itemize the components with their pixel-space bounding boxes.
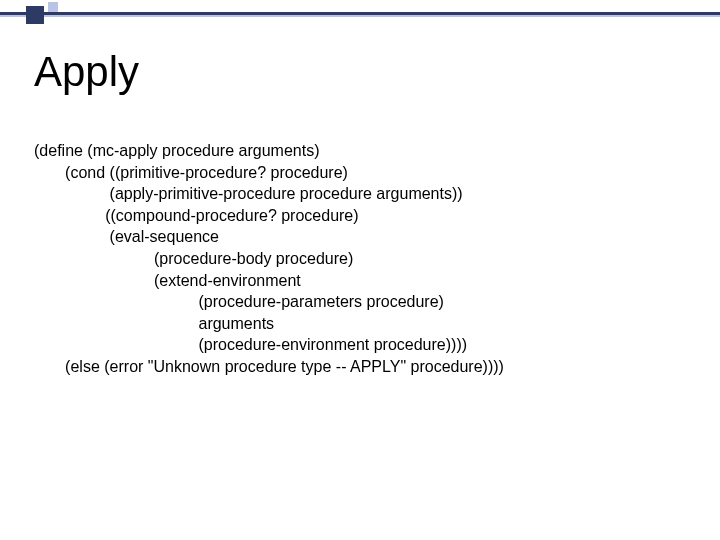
code-line: arguments: [34, 315, 274, 332]
code-line: (define (mc-apply procedure arguments): [34, 142, 319, 159]
code-line: (procedure-body procedure): [34, 250, 353, 267]
code-line: (eval-sequence: [34, 228, 219, 245]
slide: Apply (define (mc-apply procedure argume…: [0, 0, 720, 540]
code-line: (procedure-parameters procedure): [34, 293, 444, 310]
code-line: (else (error "Unknown procedure type -- …: [34, 358, 504, 375]
header-line-light: [0, 15, 720, 17]
code-line: (cond ((primitive-procedure? procedure): [34, 164, 348, 181]
header-square-small: [48, 2, 58, 12]
code-line: (procedure-environment procedure)))): [34, 336, 467, 353]
code-line: (apply-primitive-procedure procedure arg…: [34, 185, 463, 202]
header-square-large: [26, 6, 44, 24]
slide-title: Apply: [34, 48, 139, 96]
code-line: ((compound-procedure? procedure): [34, 207, 359, 224]
code-block: (define (mc-apply procedure arguments) (…: [34, 140, 504, 378]
header-decoration: [0, 0, 720, 28]
code-line: (extend-environment: [34, 272, 301, 289]
